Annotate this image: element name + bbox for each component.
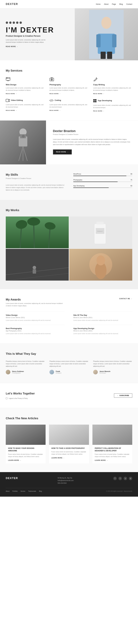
- contact-section: Let's Works Together I agree to the Priv…: [0, 383, 138, 408]
- work-product[interactable]: PRODUCT: [69, 216, 132, 248]
- footer-facebook-icon[interactable]: f: [113, 477, 117, 480]
- service-video-readmore[interactable]: READ MORE: [6, 110, 45, 111]
- article-2-desc: Fusce varius lorem sit amet lectus. Cura…: [51, 451, 86, 455]
- hero-read-more[interactable]: READ MORE: [6, 46, 69, 47]
- award-video-name: Video Design: [6, 314, 65, 316]
- footer-about[interactable]: About: [6, 490, 9, 492]
- works-section: My Works: [0, 200, 138, 289]
- service-web-design: Web Design Lorem ipsum dolor sit amet, c…: [6, 77, 45, 94]
- footer-logo: DEXTER: [6, 477, 18, 480]
- award-photo-desc: Lorem ipsum dolor sit amet consectetur a…: [6, 332, 65, 335]
- article-3-desc: Fusce varius lorem sit amet lectus. Cura…: [95, 453, 130, 458]
- article-3-link[interactable]: LEARN MORE: [95, 460, 130, 461]
- pinterest-icon[interactable]: [16, 22, 18, 24]
- awards-grid: Video Design Winner & Juror Winner (2021…: [6, 312, 132, 335]
- twitter-icon[interactable]: [9, 22, 11, 24]
- work-palm-trees[interactable]: [6, 216, 69, 248]
- privacy-checkbox[interactable]: [6, 398, 7, 399]
- article-1-link[interactable]: LEARN MORE: [8, 460, 43, 461]
- svg-rect-24: [95, 101, 96, 102]
- article-3-thumbnail: [92, 424, 132, 445]
- service-app: App Developing Lorem ipsum dolor sit ame…: [93, 99, 132, 112]
- nav-about[interactable]: About: [104, 3, 108, 5]
- service-video: Video Editing Lorem ipsum dolor sit amet…: [6, 99, 45, 112]
- footer-blog[interactable]: Blog: [39, 490, 42, 492]
- award-video-year: Winner & Juror Winner (2021): [6, 317, 65, 318]
- article-3: PERFECT COLLABORATION OF DESIGNER & DEVE…: [92, 424, 132, 464]
- linkedin-icon[interactable]: [19, 22, 22, 24]
- awards-section: My Awards Lorem ipsum dolor sit amet, co…: [0, 289, 138, 343]
- works-grid: PRODUCT: [6, 216, 132, 280]
- privacy-checkbox-label[interactable]: I agree to the Privacy & Policy: [6, 398, 65, 399]
- article-2-link[interactable]: LEARN MORE: [51, 457, 86, 459]
- article-2-title: HOW TO TAKE A GOOD PHOTOGRAPHY: [51, 447, 86, 450]
- service-copywriting: Copy Writing Lorem ipsum dolor sit amet,…: [93, 77, 132, 94]
- service-photo-readmore[interactable]: READ MORE: [50, 93, 88, 94]
- nav-blog[interactable]: Blog: [120, 3, 123, 5]
- about-role: Product Designer & Creative Person: [53, 134, 131, 135]
- footer-email[interactable]: hello@awesomecite.com: [58, 479, 73, 482]
- testimonial-2: Phasellus tempus viverra lorem id lectus…: [50, 360, 88, 374]
- work-person-sitting[interactable]: [6, 249, 69, 280]
- footer-phone: 555-234-5544: [58, 482, 73, 484]
- articles-grid: HOW TO MAKE YOUR DESIGNS AWESOME Fusce v…: [6, 424, 132, 464]
- service-coding-readmore[interactable]: READ MORE: [50, 110, 88, 111]
- footer-service[interactable]: Service: [21, 490, 25, 492]
- svg-rect-4: [112, 34, 116, 47]
- service-copy-readmore[interactable]: READ MORE: [93, 93, 132, 94]
- service-copy-name: Copy Writing: [93, 84, 132, 86]
- awards-contact-link[interactable]: CONTACT ME: [119, 298, 132, 300]
- service-app-readmore[interactable]: READ MORE: [93, 110, 132, 112]
- contact-subscribe-area: SUBSCRIBE: [73, 394, 132, 398]
- footer-youtube-icon[interactable]: y: [124, 477, 127, 480]
- app-icon: [93, 99, 97, 103]
- nav-page[interactable]: Page: [112, 3, 116, 5]
- about-content: Dexter Braxton Product Designer & Creati…: [46, 120, 138, 164]
- services-grid-2: Video Editing Lorem ipsum dolor sit amet…: [6, 99, 132, 112]
- testimonials-grid: Phasellus tempus viverra lorem id lectus…: [6, 360, 132, 374]
- svg-point-10: [7, 78, 8, 78]
- about-name: Dexter Braxton: [53, 129, 131, 133]
- author-1-name: Henry Goldman: [12, 370, 24, 372]
- award-video-design: Video Design Winner & Juror Winner (2021…: [6, 312, 65, 322]
- facebook-icon[interactable]: [6, 22, 8, 24]
- nav-logo[interactable]: DEXTER: [6, 2, 18, 6]
- skill-wordpress: WordPress 90: [73, 173, 132, 176]
- footer-nav: About Portfolio Service Testimonials Blo…: [6, 490, 42, 492]
- award-video-desc: Lorem ipsum dolor sit amet consectetur a…: [6, 319, 65, 322]
- subscribe-button[interactable]: SUBSCRIBE: [114, 394, 132, 398]
- footer-testimonials[interactable]: Testimonials: [28, 490, 36, 492]
- footer-address-block: 59 Moving St., Big City hello@awesomecit…: [58, 477, 73, 484]
- coding-icon: [50, 99, 54, 102]
- footer-twitter-icon[interactable]: t: [119, 477, 122, 480]
- web-design-icon: [6, 77, 11, 82]
- footer-portfolio[interactable]: Portfolio: [12, 490, 18, 492]
- youtube-icon[interactable]: [13, 22, 15, 24]
- svg-rect-11: [7, 81, 9, 81]
- svg-rect-43: [94, 224, 106, 244]
- award-photo-name: Best Photography: [6, 327, 65, 330]
- skill-photography: Photography 75: [73, 179, 132, 182]
- svg-rect-5: [101, 52, 106, 59]
- nav-home[interactable]: Home: [96, 3, 100, 5]
- article-2-thumbnail: [49, 424, 89, 445]
- service-web-readmore[interactable]: READ MORE: [6, 93, 45, 94]
- svg-line-37: [34, 222, 34, 248]
- footer-copyright: © 2021 All rights reserved - Awesomecite: [106, 490, 132, 492]
- about-read-more[interactable]: READ MORE: [53, 150, 72, 154]
- video-icon: [6, 99, 10, 102]
- award-site-of-day: Site Of The Day Winner & Juror Winner (2…: [73, 312, 132, 322]
- article-2: HOW TO TAKE A GOOD PHOTOGRAPHY Fusce var…: [49, 424, 89, 464]
- work-portrait[interactable]: [69, 249, 132, 280]
- svg-rect-21: [93, 99, 95, 100]
- skill-app-developing: App Developing 60: [73, 185, 132, 188]
- hero-subtitle: Product Designer & Creative Person: [6, 35, 69, 37]
- author-2-avatar: [50, 370, 54, 374]
- service-web-name: Web Design: [6, 84, 45, 86]
- articles-title: Check The New Articles: [6, 417, 132, 420]
- footer-pinterest-icon[interactable]: p: [129, 477, 132, 480]
- hero-description: Lorem ipsum dolor sit amet, consectetur …: [6, 39, 46, 44]
- contact-title-area: Let's Works Together I agree to the Priv…: [6, 392, 65, 399]
- nav-contact[interactable]: Contact: [126, 3, 132, 5]
- skills-info: My Skills Product Designer & Creative Pe…: [6, 173, 65, 191]
